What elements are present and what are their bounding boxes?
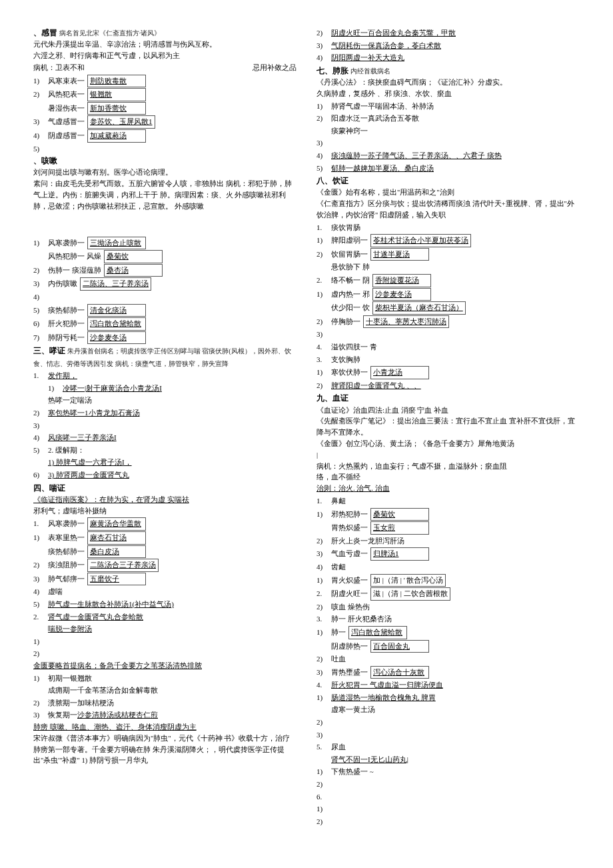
formula: 参苏饮、玉屏风散1 [87,115,155,129]
label: 热哮一定喘汤 [48,395,92,407]
formula: 平喘固本汤、补肺汤 [368,101,434,113]
label: 阴虚火旺一百合固金丸合秦艽鳖，甲散 [331,27,456,39]
num: 4) [33,291,48,303]
formula: 沙参清肺汤或桔梗杏仁煎 [77,709,158,721]
label: 阴虚肺热一 [331,641,368,653]
num: 1) [316,367,331,379]
formula: 泻白散合黛蛤散 [87,317,146,331]
s7-n1: 《丹溪心法》：痰挟瘀血碍气而病；《证治汇补》分虚实。 [316,77,580,89]
left-column: 、感冒 病名首见北宋《仁斋直指方·诸风》 元代朱丹溪提出辛温、辛凉治法；明清感冒… [33,27,297,828]
num: 2) [33,89,48,101]
formula: 加 |（清 | ' 散合泻心汤 [370,574,446,587]
label: 肺气郁痹一 [48,573,85,585]
num: 1. [316,495,331,507]
num: 2) [316,249,331,261]
formula: 银翘散 [70,673,92,685]
label: 风痰哮一三子养亲汤I [48,432,117,444]
formula: 桑杏汤 [370,613,392,625]
label: 饮留胃肠一 [331,249,368,261]
section-feizhang: 七、肺胀 内经首载病名 《丹溪心法》：痰挟瘀血碍气而病；《证治汇补》分虚实。 久… [316,65,580,174]
num: 2) [33,697,48,709]
label: 气虚感冒一 [48,116,85,128]
label: 郁肺一越婢加半夏汤、桑白皮汤 [331,163,434,175]
num: 7) [33,332,48,344]
label: 肺肾气虚一 [331,101,368,113]
s4-n1: 邪利气；虚喘培补摄纳 [33,506,297,517]
label: 伤肺一 痰湿蕴肺 [48,265,101,277]
label: 风寒袭肺一 [48,237,85,249]
formula: 沙参麦冬汤 [87,331,146,345]
formula: 泻白散合黛蛤散 [348,626,407,639]
num: 3) [316,548,331,560]
label: 虚内热一 邪 [331,289,370,301]
formula: 香附旋覆花汤 [372,274,431,287]
label: 冷哮一|射干麻黄汤合小青龙汤I [63,383,162,395]
label: 气阴耗伤一保真汤合参，苓白术散 [331,40,441,52]
label: 风热犯表一 [48,89,85,101]
formula: 柴枳半夏汤（麻杏石甘汤） [372,301,466,315]
label: 吐血 [331,653,346,665]
num: 6. [316,791,331,803]
num: 4. [316,679,331,691]
s1-n2: 六淫之邪、时行病毒和正气亏虚，以风邪为主 [33,51,297,62]
num: 2) [316,380,331,392]
label: 伏少阳一 饮 [331,302,370,314]
formula: 三拗汤合止咳散 [87,237,146,250]
s5-title: 金匮要略首提病名；备急千金要方之苇茎汤清热排脓 [33,661,297,672]
s1-title: 、感冒 [33,28,57,37]
label: 风寒束表一 [48,75,85,87]
formula: 百合固金丸 [370,640,429,653]
formula: 麻黄汤合华盖散 [87,517,146,531]
num: 2) [316,816,331,828]
section-feiyong: 金匮要略首提病名；备急千金要方之苇茎汤清热排脓 1)初期一银翘散 成痈期一千金苇… [33,661,297,767]
label: 发作期， [48,370,77,382]
num: 1) [316,235,331,247]
label: 肺阴亏耗一 [48,332,85,344]
num: 4) [33,130,48,142]
num: 5) [33,305,48,317]
formula: 归脾汤1 [370,547,429,561]
label: 3) 肺肾两虚一金匮肾气丸 [48,469,129,481]
formula: 荆防败毒散 [87,75,146,88]
label: 胃热炽盛一 [331,522,368,534]
s1-n1: 元代朱丹溪提出辛温、辛凉治法；明清感冒与伤风互称。 [33,39,297,51]
num: 2) [316,779,331,791]
num: 5) [33,445,48,457]
label: 尿血 [331,741,346,753]
num: 3) [316,329,331,341]
num: 1) [316,289,331,301]
label: 肺一 肝火犯 [331,613,370,625]
formula: 沙参麦冬汤 [372,288,431,301]
label: 胃热壅盛一 [331,667,368,679]
section-chuanzheng: 四、喘证 《临证指南医案》：在肺为实，在肾为虚 实喘祛 邪利气；虚喘培补摄纳 1… [33,482,297,660]
num: 2) [33,407,48,419]
label: 痰热郁肺一 [48,305,85,317]
num: 1) [33,636,48,648]
num: 1) [316,803,331,815]
formula: 十枣汤、葶苈大枣泻肺汤 [363,315,449,329]
formula: 清金化痰汤 [87,304,146,317]
num: 2) [33,559,48,571]
label: 1) 肺脾气虚一六君子汤I， [48,457,132,469]
label: 痰浊阻肺一 [48,559,85,571]
label: 寒包热哮一1小青龙加石膏汤 [48,407,140,419]
label: 咳血 燥热伤 [331,601,370,613]
s1-n3a: 病机：卫表不和 [33,63,85,74]
label: 风热犯肺一 风燥 [48,251,101,263]
label: 虚寒一黄土汤 [331,704,375,716]
num: 1) [33,237,48,249]
formula: 桑菊饮 [104,250,163,263]
s9-n6: 络，血不循经 [316,472,580,483]
num: 3) [33,420,48,432]
label: 痰热郁肺一 [48,546,85,558]
label: 阴阳两虚一补天大造丸 [331,52,404,64]
num: 4) [33,586,48,598]
formula: 泻心汤合十灰散 [370,666,429,679]
label: 鼻衄 [331,495,346,507]
formula: 桑白皮汤 [87,545,146,559]
num: 3) [33,709,48,721]
num: 3. [316,613,331,625]
num: 3) [33,116,48,128]
label: 恢复期一 [48,709,77,721]
s2-title: 、咳嗽 [33,156,57,165]
